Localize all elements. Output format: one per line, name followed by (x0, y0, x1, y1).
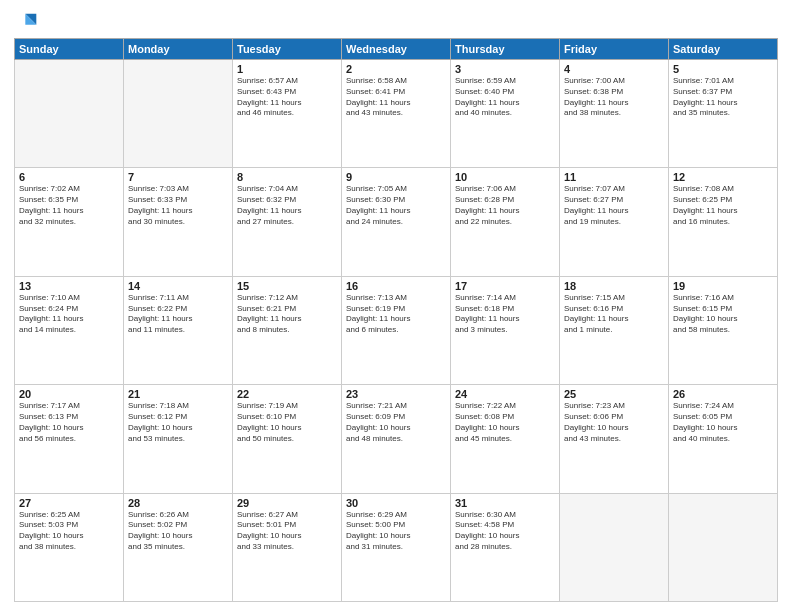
logo (14, 10, 40, 32)
day-number: 17 (455, 280, 555, 292)
day-info: Sunrise: 7:15 AM Sunset: 6:16 PM Dayligh… (564, 293, 664, 336)
day-number: 5 (673, 63, 773, 75)
day-cell: 10Sunrise: 7:06 AM Sunset: 6:28 PM Dayli… (451, 168, 560, 276)
day-cell: 19Sunrise: 7:16 AM Sunset: 6:15 PM Dayli… (669, 276, 778, 384)
day-number: 31 (455, 497, 555, 509)
day-info: Sunrise: 7:14 AM Sunset: 6:18 PM Dayligh… (455, 293, 555, 336)
day-info: Sunrise: 7:17 AM Sunset: 6:13 PM Dayligh… (19, 401, 119, 444)
day-cell (124, 60, 233, 168)
day-cell (560, 493, 669, 601)
day-info: Sunrise: 7:10 AM Sunset: 6:24 PM Dayligh… (19, 293, 119, 336)
day-number: 21 (128, 388, 228, 400)
day-number: 14 (128, 280, 228, 292)
day-number: 24 (455, 388, 555, 400)
day-cell: 25Sunrise: 7:23 AM Sunset: 6:06 PM Dayli… (560, 385, 669, 493)
day-cell: 17Sunrise: 7:14 AM Sunset: 6:18 PM Dayli… (451, 276, 560, 384)
day-cell: 30Sunrise: 6:29 AM Sunset: 5:00 PM Dayli… (342, 493, 451, 601)
day-cell: 3Sunrise: 6:59 AM Sunset: 6:40 PM Daylig… (451, 60, 560, 168)
day-cell: 14Sunrise: 7:11 AM Sunset: 6:22 PM Dayli… (124, 276, 233, 384)
day-cell: 26Sunrise: 7:24 AM Sunset: 6:05 PM Dayli… (669, 385, 778, 493)
day-info: Sunrise: 6:58 AM Sunset: 6:41 PM Dayligh… (346, 76, 446, 119)
day-cell (669, 493, 778, 601)
day-number: 11 (564, 171, 664, 183)
day-number: 6 (19, 171, 119, 183)
day-number: 4 (564, 63, 664, 75)
day-info: Sunrise: 7:12 AM Sunset: 6:21 PM Dayligh… (237, 293, 337, 336)
day-cell: 27Sunrise: 6:25 AM Sunset: 5:03 PM Dayli… (15, 493, 124, 601)
page: SundayMondayTuesdayWednesdayThursdayFrid… (0, 0, 792, 612)
day-cell: 7Sunrise: 7:03 AM Sunset: 6:33 PM Daylig… (124, 168, 233, 276)
header-row: SundayMondayTuesdayWednesdayThursdayFrid… (15, 39, 778, 60)
day-info: Sunrise: 7:21 AM Sunset: 6:09 PM Dayligh… (346, 401, 446, 444)
day-info: Sunrise: 7:16 AM Sunset: 6:15 PM Dayligh… (673, 293, 773, 336)
day-cell: 31Sunrise: 6:30 AM Sunset: 4:58 PM Dayli… (451, 493, 560, 601)
day-info: Sunrise: 7:08 AM Sunset: 6:25 PM Dayligh… (673, 184, 773, 227)
day-number: 2 (346, 63, 446, 75)
header-tuesday: Tuesday (233, 39, 342, 60)
day-info: Sunrise: 6:59 AM Sunset: 6:40 PM Dayligh… (455, 76, 555, 119)
day-number: 9 (346, 171, 446, 183)
week-row-1: 1Sunrise: 6:57 AM Sunset: 6:43 PM Daylig… (15, 60, 778, 168)
day-cell: 9Sunrise: 7:05 AM Sunset: 6:30 PM Daylig… (342, 168, 451, 276)
day-number: 19 (673, 280, 773, 292)
day-cell: 24Sunrise: 7:22 AM Sunset: 6:08 PM Dayli… (451, 385, 560, 493)
day-number: 1 (237, 63, 337, 75)
logo-icon (18, 10, 40, 32)
day-number: 28 (128, 497, 228, 509)
day-number: 26 (673, 388, 773, 400)
day-cell: 29Sunrise: 6:27 AM Sunset: 5:01 PM Dayli… (233, 493, 342, 601)
day-cell: 15Sunrise: 7:12 AM Sunset: 6:21 PM Dayli… (233, 276, 342, 384)
day-number: 30 (346, 497, 446, 509)
day-cell: 5Sunrise: 7:01 AM Sunset: 6:37 PM Daylig… (669, 60, 778, 168)
header (14, 10, 778, 32)
day-number: 18 (564, 280, 664, 292)
day-info: Sunrise: 7:24 AM Sunset: 6:05 PM Dayligh… (673, 401, 773, 444)
week-row-4: 20Sunrise: 7:17 AM Sunset: 6:13 PM Dayli… (15, 385, 778, 493)
day-number: 10 (455, 171, 555, 183)
day-number: 23 (346, 388, 446, 400)
day-info: Sunrise: 6:26 AM Sunset: 5:02 PM Dayligh… (128, 510, 228, 553)
day-info: Sunrise: 7:13 AM Sunset: 6:19 PM Dayligh… (346, 293, 446, 336)
day-cell: 28Sunrise: 6:26 AM Sunset: 5:02 PM Dayli… (124, 493, 233, 601)
day-info: Sunrise: 7:11 AM Sunset: 6:22 PM Dayligh… (128, 293, 228, 336)
day-info: Sunrise: 6:30 AM Sunset: 4:58 PM Dayligh… (455, 510, 555, 553)
day-cell: 22Sunrise: 7:19 AM Sunset: 6:10 PM Dayli… (233, 385, 342, 493)
day-info: Sunrise: 7:23 AM Sunset: 6:06 PM Dayligh… (564, 401, 664, 444)
day-info: Sunrise: 6:25 AM Sunset: 5:03 PM Dayligh… (19, 510, 119, 553)
day-cell: 6Sunrise: 7:02 AM Sunset: 6:35 PM Daylig… (15, 168, 124, 276)
week-row-3: 13Sunrise: 7:10 AM Sunset: 6:24 PM Dayli… (15, 276, 778, 384)
calendar-table: SundayMondayTuesdayWednesdayThursdayFrid… (14, 38, 778, 602)
day-info: Sunrise: 6:29 AM Sunset: 5:00 PM Dayligh… (346, 510, 446, 553)
header-wednesday: Wednesday (342, 39, 451, 60)
day-cell: 23Sunrise: 7:21 AM Sunset: 6:09 PM Dayli… (342, 385, 451, 493)
day-cell: 21Sunrise: 7:18 AM Sunset: 6:12 PM Dayli… (124, 385, 233, 493)
day-number: 13 (19, 280, 119, 292)
day-info: Sunrise: 7:04 AM Sunset: 6:32 PM Dayligh… (237, 184, 337, 227)
day-info: Sunrise: 7:00 AM Sunset: 6:38 PM Dayligh… (564, 76, 664, 119)
day-cell: 12Sunrise: 7:08 AM Sunset: 6:25 PM Dayli… (669, 168, 778, 276)
day-cell: 18Sunrise: 7:15 AM Sunset: 6:16 PM Dayli… (560, 276, 669, 384)
day-number: 3 (455, 63, 555, 75)
day-number: 12 (673, 171, 773, 183)
day-cell: 20Sunrise: 7:17 AM Sunset: 6:13 PM Dayli… (15, 385, 124, 493)
day-number: 22 (237, 388, 337, 400)
day-number: 20 (19, 388, 119, 400)
day-info: Sunrise: 7:07 AM Sunset: 6:27 PM Dayligh… (564, 184, 664, 227)
day-info: Sunrise: 7:22 AM Sunset: 6:08 PM Dayligh… (455, 401, 555, 444)
day-cell: 13Sunrise: 7:10 AM Sunset: 6:24 PM Dayli… (15, 276, 124, 384)
day-number: 15 (237, 280, 337, 292)
day-cell: 1Sunrise: 6:57 AM Sunset: 6:43 PM Daylig… (233, 60, 342, 168)
day-cell: 16Sunrise: 7:13 AM Sunset: 6:19 PM Dayli… (342, 276, 451, 384)
week-row-2: 6Sunrise: 7:02 AM Sunset: 6:35 PM Daylig… (15, 168, 778, 276)
day-number: 7 (128, 171, 228, 183)
day-cell: 4Sunrise: 7:00 AM Sunset: 6:38 PM Daylig… (560, 60, 669, 168)
day-info: Sunrise: 7:03 AM Sunset: 6:33 PM Dayligh… (128, 184, 228, 227)
day-cell (15, 60, 124, 168)
day-info: Sunrise: 7:01 AM Sunset: 6:37 PM Dayligh… (673, 76, 773, 119)
day-number: 29 (237, 497, 337, 509)
day-info: Sunrise: 7:18 AM Sunset: 6:12 PM Dayligh… (128, 401, 228, 444)
day-info: Sunrise: 6:57 AM Sunset: 6:43 PM Dayligh… (237, 76, 337, 119)
day-cell: 11Sunrise: 7:07 AM Sunset: 6:27 PM Dayli… (560, 168, 669, 276)
day-number: 8 (237, 171, 337, 183)
header-friday: Friday (560, 39, 669, 60)
